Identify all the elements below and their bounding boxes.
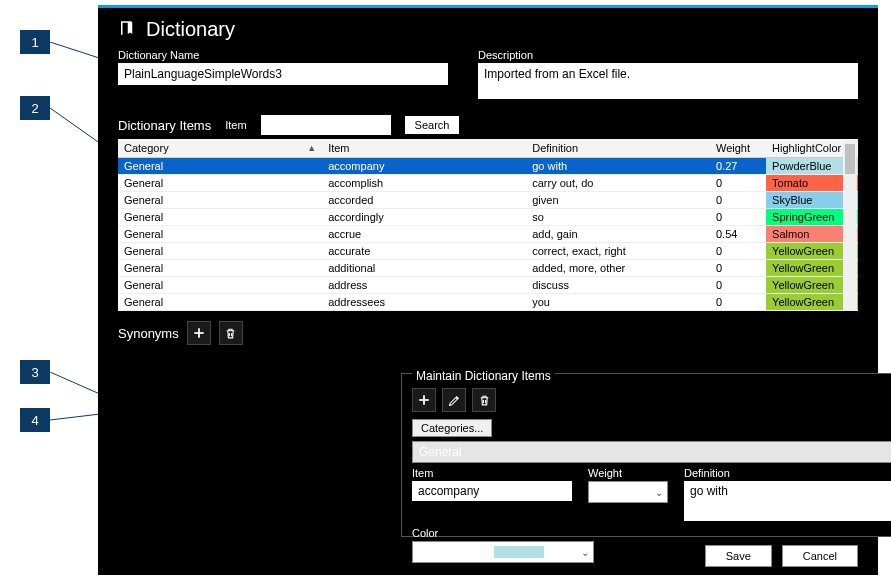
maintain-item-label: Item bbox=[412, 467, 572, 479]
highlight-color-cell: YellowGreen bbox=[766, 311, 858, 312]
chevron-down-icon: ⌄ bbox=[655, 487, 663, 498]
table-row[interactable]: Generaladditionaladded, more, other0Yell… bbox=[118, 260, 858, 277]
dictionary-name-label: Dictionary Name bbox=[118, 49, 448, 61]
maintain-definition-input[interactable]: go with bbox=[684, 481, 891, 521]
item-filter-label: Item bbox=[225, 119, 246, 131]
dictionary-items-table: Category▲ Item Definition Weight Highlig… bbox=[118, 139, 858, 311]
callout-1: 1 bbox=[20, 30, 50, 54]
table-row[interactable]: Generalaccompanygo with0.27PowderBlue bbox=[118, 158, 858, 175]
maintain-weight-combo[interactable]: 0.27 ⌄ bbox=[588, 481, 668, 503]
table-row[interactable]: Generaladdressdiscuss0YellowGreen bbox=[118, 277, 858, 294]
maintain-delete-button[interactable] bbox=[472, 388, 496, 412]
callout-2: 2 bbox=[20, 96, 50, 120]
sort-asc-icon: ▲ bbox=[307, 143, 316, 153]
table-row[interactable]: Generaladdressees are requested(omit), p… bbox=[118, 311, 858, 312]
callout-3: 3 bbox=[20, 360, 50, 384]
maintain-color-combo[interactable]: PowderBlue ⌄ bbox=[412, 541, 594, 563]
maintain-definition-label: Definition bbox=[684, 467, 891, 479]
table-scrollbar[interactable] bbox=[843, 140, 857, 310]
table-row[interactable]: Generalaccordedgiven0SkyBlue bbox=[118, 192, 858, 209]
save-button[interactable]: Save bbox=[705, 545, 772, 567]
table-row[interactable]: Generalaccrueadd, gain0.54Salmon bbox=[118, 226, 858, 243]
dictionary-icon bbox=[118, 19, 136, 41]
table-row[interactable]: Generaladdresseesyou0YellowGreen bbox=[118, 294, 858, 311]
col-definition[interactable]: Definition bbox=[526, 139, 710, 158]
col-category[interactable]: Category▲ bbox=[118, 139, 322, 158]
chevron-down-icon: ⌄ bbox=[581, 547, 589, 558]
maintain-items-panel: Maintain Dictionary Items Categories... … bbox=[401, 373, 891, 537]
item-filter-input[interactable] bbox=[261, 115, 391, 135]
color-swatch bbox=[494, 546, 544, 558]
synonym-add-button[interactable] bbox=[187, 321, 211, 345]
maintain-weight-label: Weight bbox=[588, 467, 668, 479]
maintain-edit-button[interactable] bbox=[442, 388, 466, 412]
category-combo[interactable]: General ⌄ bbox=[412, 441, 891, 463]
app-window: Dictionary Dictionary Name Description I… bbox=[98, 5, 878, 575]
col-weight[interactable]: Weight bbox=[710, 139, 766, 158]
synonyms-heading: Synonyms bbox=[118, 326, 179, 341]
dictionary-items-heading: Dictionary Items bbox=[118, 118, 211, 133]
table-row[interactable]: Generalaccuratecorrect, exact, right0Yel… bbox=[118, 243, 858, 260]
maintain-add-button[interactable] bbox=[412, 388, 436, 412]
synonym-delete-button[interactable] bbox=[219, 321, 243, 345]
maintain-color-label: Color bbox=[412, 527, 594, 539]
table-header-row: Category▲ Item Definition Weight Highlig… bbox=[118, 139, 858, 158]
maintain-item-input[interactable] bbox=[412, 481, 572, 501]
page-title: Dictionary bbox=[146, 18, 235, 41]
dictionary-name-input[interactable] bbox=[118, 63, 448, 85]
table-row[interactable]: Generalaccomplishcarry out, do0Tomato bbox=[118, 175, 858, 192]
search-button[interactable]: Search bbox=[405, 116, 460, 134]
table-row[interactable]: Generalaccordinglyso0SpringGreen bbox=[118, 209, 858, 226]
categories-button[interactable]: Categories... bbox=[412, 419, 492, 437]
maintain-items-heading: Maintain Dictionary Items bbox=[412, 369, 555, 383]
description-label: Description bbox=[478, 49, 858, 61]
cancel-button[interactable]: Cancel bbox=[782, 545, 858, 567]
callout-4: 4 bbox=[20, 408, 50, 432]
col-item[interactable]: Item bbox=[322, 139, 526, 158]
description-input[interactable]: Imported from an Excel file. bbox=[478, 63, 858, 99]
